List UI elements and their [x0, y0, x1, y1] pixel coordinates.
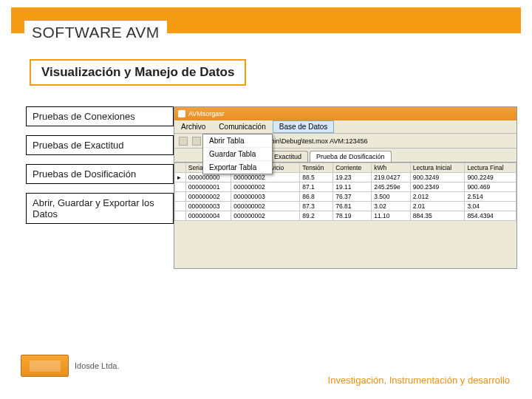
- menu-archivo[interactable]: Archivo: [174, 120, 212, 133]
- menubar: Archivo Comunicación Base de Datos Abrir…: [174, 120, 516, 134]
- window-titlebar[interactable]: AVMsorgasr: [174, 107, 516, 120]
- subtitle-text: Visualización y Manejo de Datos: [41, 65, 234, 79]
- col-kwh[interactable]: kWh: [372, 163, 411, 173]
- col-lectura-inicial[interactable]: Lectura Inicial: [410, 163, 465, 173]
- grid-body: ▸00000000000000000288.519.23219.0427900.…: [175, 173, 516, 221]
- col-marker[interactable]: [175, 163, 186, 173]
- table-row[interactable]: 00000000100000000287.119.11245.259e900.2…: [175, 183, 516, 192]
- table-row[interactable]: 00000000300000000287.376.813.022.013.04: [175, 202, 516, 211]
- nav-item-abrir-guardar[interactable]: Abrir, Guardar y Exportar los Datos: [26, 193, 174, 224]
- toolbar-icon-1[interactable]: [179, 137, 188, 146]
- tab-dosificacion[interactable]: Prueba de Dosificación: [310, 151, 392, 162]
- table-row[interactable]: 00000000200000000386.876.373.5002.0122.5…: [175, 192, 516, 202]
- app-window: AVMsorgasr Archivo Comunicación Base de …: [174, 106, 517, 269]
- dropdown-exportar-tabla[interactable]: Exportar Tabla: [203, 161, 272, 174]
- menu-comunicacion[interactable]: Comunicación: [212, 120, 272, 133]
- dropdown-menu: Abrir Tabla Guardar Tabla Exportar Tabla: [202, 134, 273, 174]
- col-lectura-final[interactable]: Lectura Final: [465, 163, 516, 173]
- subtitle-box: Visualización y Manejo de Datos: [30, 59, 246, 86]
- dropdown-abrir-tabla[interactable]: Abrir Tabla: [203, 134, 272, 148]
- tagline: Investigación, Instrumentación y desarro…: [328, 375, 510, 386]
- company-name: Idosde Ltda.: [75, 361, 120, 370]
- toolbar-path: \bin\Debug\test.mox AVM:123456: [269, 137, 367, 145]
- sidebar: Pruebas de Conexiones Pruebas de Exactit…: [0, 106, 174, 269]
- nav-item-conexiones[interactable]: Pruebas de Conexiones: [26, 106, 174, 126]
- slide-title: SOFTWARE AVM: [24, 21, 167, 44]
- toolbar-icon-2[interactable]: [192, 137, 201, 146]
- col-tension[interactable]: Tensión: [300, 163, 333, 173]
- footer: Idosde Ltda. Investigación, Instrumentac…: [0, 355, 532, 377]
- dropdown-guardar-tabla[interactable]: Guardar Tabla: [203, 148, 272, 161]
- window-title: AVMsorgasr: [188, 110, 225, 117]
- app-icon: [178, 110, 185, 117]
- slide-header: SOFTWARE AVM: [11, 7, 521, 33]
- table-row[interactable]: 00000000400000000289.278.1911.10884.3585…: [175, 211, 516, 221]
- logo: [21, 355, 69, 377]
- menu-base-de-datos[interactable]: Base de Datos: [273, 120, 335, 133]
- nav-item-dosificacion[interactable]: Pruebas de Dosificación: [26, 164, 174, 184]
- col-corriente[interactable]: Corriente: [333, 163, 372, 173]
- nav-item-exactitud[interactable]: Pruebas de Exactitud: [26, 135, 174, 155]
